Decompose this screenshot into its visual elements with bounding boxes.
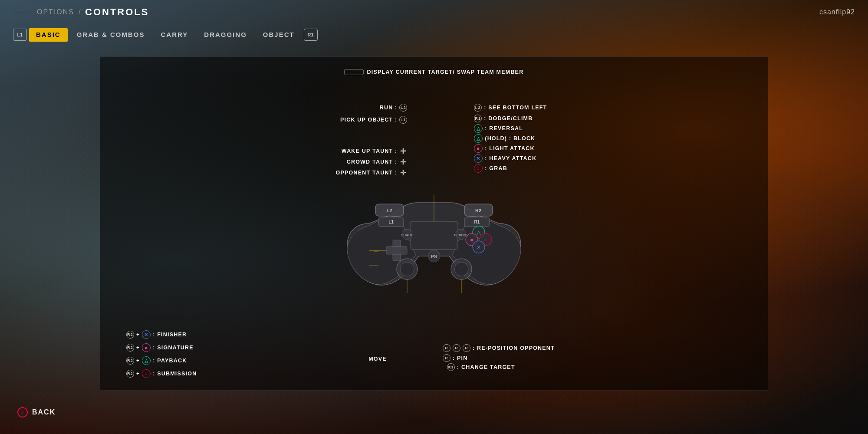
bottom-bar: ○ BACK bbox=[0, 391, 868, 434]
svg-text:SHARE: SHARE bbox=[401, 233, 414, 237]
svg-text:✕: ✕ bbox=[477, 244, 481, 250]
tab-grab-combos[interactable]: GRAB & COMBOS bbox=[70, 28, 152, 42]
svg-text:L2: L2 bbox=[387, 208, 392, 213]
svg-text:■: ■ bbox=[470, 237, 473, 243]
square-icon-signature: ■ bbox=[142, 343, 151, 352]
svg-text:OPTIONS: OPTIONS bbox=[454, 233, 468, 237]
l2-see-label: : SEE BOTTOM LEFT bbox=[484, 105, 547, 111]
circle-label: : GRAB bbox=[485, 165, 507, 171]
l1-label: L1 bbox=[17, 32, 23, 37]
cross-annotation: ✕ : HEAVY ATTACK bbox=[474, 154, 536, 163]
dpad-icon-opponent: ✛ bbox=[399, 169, 407, 177]
breadcrumb-separator: / bbox=[79, 7, 81, 16]
square-annotation: ■ : LIGHT ATTACK bbox=[474, 144, 534, 153]
triangle-reversal-annotation: △ : REVERSAL bbox=[474, 124, 523, 133]
triangle-icon-block: △ bbox=[474, 134, 483, 143]
touchpad-icon bbox=[345, 69, 364, 75]
tab-dragging-label: DRAGGING bbox=[204, 31, 247, 38]
svg-point-18 bbox=[400, 262, 414, 276]
breadcrumb-line bbox=[13, 12, 30, 12]
dpad-icon-crowd: ✛ bbox=[399, 158, 407, 166]
changetarget-annotation: R3 : CHANGE TARGET bbox=[447, 363, 515, 371]
run-annotation: RUN : L2 bbox=[380, 104, 408, 112]
cross-label: : HEAVY ATTACK bbox=[485, 155, 536, 161]
submission-combo: R2 + ○ : SUBMISSION bbox=[126, 369, 197, 378]
r1-label: R1 bbox=[308, 32, 314, 37]
tab-basic[interactable]: BASIC bbox=[29, 28, 68, 42]
touchpad-annotation: DISPLAY CURRENT TARGET/ SWAP TEAM MEMBER bbox=[345, 69, 524, 75]
tab-carry[interactable]: CARRY bbox=[154, 28, 195, 42]
wakeup-label: WAKE UP TAUNT : bbox=[342, 148, 398, 154]
reposition-annotation: R R R : RE-POSITION OPPONENT bbox=[443, 344, 555, 352]
svg-text:L1: L1 bbox=[388, 220, 394, 224]
tab-l1-button[interactable]: L1 bbox=[13, 29, 27, 41]
svg-text:△: △ bbox=[477, 229, 481, 236]
triangle-icon-payback: △ bbox=[142, 356, 151, 365]
r-icon-pin: R bbox=[443, 354, 450, 362]
tab-basic-label: BASIC bbox=[36, 31, 61, 38]
r2-icon-finisher: R2 bbox=[126, 331, 134, 339]
tab-bar: L1 BASIC GRAB & COMBOS CARRY DRAGGING OB… bbox=[0, 24, 868, 46]
svg-text:R1: R1 bbox=[474, 220, 480, 224]
wakeup-annotation: WAKE UP TAUNT : ✛ bbox=[342, 147, 408, 155]
tab-r1-button[interactable]: R1 bbox=[304, 29, 318, 41]
circle-icon-submission: ○ bbox=[142, 369, 151, 378]
breadcrumb: OPTIONS / CONTROLS bbox=[13, 7, 149, 18]
pin-annotation: R : PIN bbox=[443, 354, 467, 362]
r2-icon-submission: R2 bbox=[126, 370, 134, 378]
r2-icon-signature: R2 bbox=[126, 344, 134, 352]
tab-object-label: OBJECT bbox=[263, 31, 295, 38]
finisher-label: : FINISHER bbox=[153, 332, 187, 338]
r3-icon: R3 bbox=[447, 363, 455, 371]
r-icon-repo2: R bbox=[453, 344, 460, 352]
run-label: RUN : bbox=[380, 105, 398, 111]
triangle-hold-label: (HOLD) : BLOCK bbox=[485, 135, 535, 141]
top-bar: OPTIONS / CONTROLS csanflip92 bbox=[0, 0, 868, 24]
touchpad-label: DISPLAY CURRENT TARGET/ SWAP TEAM MEMBER bbox=[367, 69, 524, 75]
submission-label: : SUBMISSION bbox=[153, 371, 197, 377]
payback-label: : PAYBACK bbox=[153, 358, 187, 364]
reposition-label: : RE-POSITION OPPONENT bbox=[473, 345, 555, 351]
circle-annotation: ○ : GRAB bbox=[474, 164, 507, 173]
controller-area: L2 R2 L1 R1 SHARE OPTIONS bbox=[100, 57, 768, 390]
tab-object[interactable]: OBJECT bbox=[256, 28, 302, 42]
crowd-label: CROWD TAUNT : bbox=[347, 159, 398, 165]
pickup-label: PICK UP OBJECT : bbox=[340, 117, 398, 123]
signature-label: : SIGNATURE bbox=[153, 345, 194, 351]
svg-text:PS: PS bbox=[431, 254, 437, 259]
opponent-label: OPPONENT TAUNT : bbox=[336, 170, 398, 176]
triangle-block-annotation: △ (HOLD) : BLOCK bbox=[474, 134, 535, 143]
breadcrumb-current: CONTROLS bbox=[85, 7, 149, 18]
dpad-icon-wakeup: ✛ bbox=[399, 147, 407, 155]
back-button[interactable]: ○ BACK bbox=[17, 407, 56, 418]
r-icon-repo3: R bbox=[463, 344, 470, 352]
svg-point-20 bbox=[454, 262, 468, 276]
l2-icon-run: L2 bbox=[399, 104, 407, 112]
combos-section: R2 + ✕ : FINISHER R2 + ■ : SIGNATURE R2 … bbox=[126, 330, 197, 378]
svg-rect-16 bbox=[386, 247, 407, 254]
move-label: MOVE bbox=[368, 356, 387, 362]
r1-icon: R1 bbox=[474, 115, 482, 122]
r-icon-repo1: R bbox=[443, 344, 450, 352]
main-panel: L2 R2 L1 R1 SHARE OPTIONS bbox=[100, 56, 768, 391]
square-icon: ■ bbox=[474, 144, 483, 153]
crowd-annotation: CROWD TAUNT : ✛ bbox=[347, 158, 408, 166]
move-annotation: MOVE bbox=[368, 356, 387, 362]
r1-annotation: R1 : DODGE/CLIMB bbox=[474, 115, 533, 122]
svg-text:○: ○ bbox=[484, 237, 487, 243]
triangle-reversal-label: : REVERSAL bbox=[485, 125, 523, 132]
r1-label: : DODGE/CLIMB bbox=[484, 115, 533, 122]
l2-icon-see: L2 bbox=[474, 104, 482, 112]
pickup-annotation: PICK UP OBJECT : L1 bbox=[340, 116, 408, 124]
tab-grab-combos-label: GRAB & COMBOS bbox=[77, 31, 145, 38]
cross-icon-finisher: ✕ bbox=[142, 330, 151, 339]
changetarget-label: : CHANGE TARGET bbox=[457, 364, 515, 370]
svg-rect-8 bbox=[410, 221, 458, 250]
tab-dragging[interactable]: DRAGGING bbox=[197, 28, 254, 42]
svg-text:R2: R2 bbox=[475, 208, 481, 213]
back-circle-icon: ○ bbox=[17, 407, 28, 418]
cross-icon: ✕ bbox=[474, 154, 483, 163]
l2-seebottom-annotation: L2 : SEE BOTTOM LEFT bbox=[474, 104, 547, 112]
username: csanflip92 bbox=[819, 8, 855, 16]
opponent-annotation: OPPONENT TAUNT : ✛ bbox=[336, 169, 408, 177]
